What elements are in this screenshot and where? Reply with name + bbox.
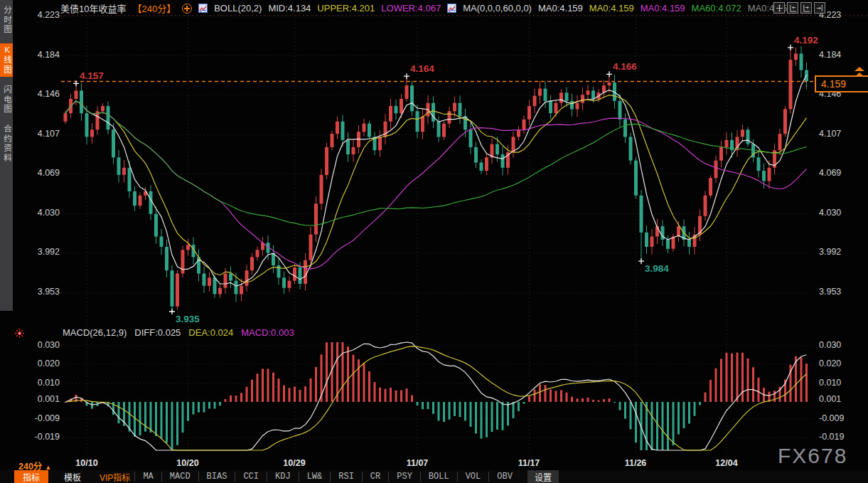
svg-text:4.192: 4.192 (794, 35, 818, 46)
indicator-macd[interactable]: MACD (161, 472, 198, 482)
macd-axis-label: 0.030 (30, 340, 60, 350)
y-axis-label: 4.146 (30, 89, 60, 99)
indicator-obv[interactable]: OBV (488, 472, 520, 482)
x-axis-label: 11/07 (400, 458, 434, 468)
last-price-tag: 4.159 (815, 75, 868, 92)
tab-templates[interactable]: 模板 (60, 470, 85, 483)
y-axis-label: 3.953 (819, 287, 854, 297)
macd-header: MACD(26,12,9) DIFF:0.025 DEA:0.024 MACD:… (63, 327, 294, 338)
indicator-lw[interactable]: LW& (299, 472, 331, 482)
indicator-boll[interactable]: BOLL (420, 472, 457, 482)
indicator-ma[interactable]: MA (134, 472, 161, 482)
macd-axis-label: -0.009 (819, 413, 854, 423)
y-axis-label: 4.184 (819, 50, 854, 60)
indicator-psy[interactable]: PSY (388, 472, 420, 482)
macd-axis-label: -0.019 (30, 432, 60, 442)
macd-axis-label: -0.019 (819, 432, 854, 442)
ma60-green-value: MA60:4.072 (692, 3, 741, 14)
expand-x-axis-icon[interactable] (800, 2, 812, 14)
compress-x-axis-icon[interactable] (787, 2, 798, 14)
y-axis-label: 4.107 (30, 129, 60, 139)
trading-app-window: 4.1573.9354.1644.1663.9844.192 分时图 K线图 闪… (0, 0, 868, 483)
main-chart[interactable]: 4.1573.9354.1644.1663.9844.192 (0, 0, 868, 469)
boll-indicator-icon[interactable] (198, 4, 208, 13)
y-axis-label: 4.107 (819, 129, 854, 139)
tab-vip-indicators[interactable]: VIP指标 (95, 470, 134, 483)
chart-header: 美债10年收益率 【240分】 BOLL(20,2) MID:4.134 UPP… (60, 2, 793, 14)
indicator-bias[interactable]: BIAS (198, 472, 235, 482)
indicator-toolbar: 指标 模板 VIP指标 MA MACD BIAS CCI KDJ LW& RSI… (0, 470, 868, 483)
boll-mid-value: MID:4.134 (268, 3, 311, 14)
x-axis-label: 10/20 (171, 458, 205, 468)
shift-right-icon[interactable] (814, 2, 825, 14)
symbol-title: 美债10年收益率 (60, 1, 126, 15)
add-period-icon[interactable] (182, 4, 192, 14)
macd-axis-label: 0.010 (819, 378, 854, 388)
macd-axis-label: 0.001 (30, 394, 60, 404)
x-axis-label: 10/10 (70, 458, 104, 468)
macd-axis-label: 0.010 (30, 378, 60, 388)
indicator-rsi[interactable]: RSI (330, 472, 362, 482)
y-axis-label: 4.030 (819, 208, 854, 218)
macd-axis-label: 0.001 (819, 394, 854, 404)
x-axis-label: 11/26 (618, 458, 653, 468)
tab-indicators[interactable]: 指标 (14, 470, 48, 483)
svg-text:4.157: 4.157 (80, 70, 104, 81)
x-axis-label: 12/04 (709, 458, 744, 468)
macd-axis-label: -0.009 (30, 413, 60, 423)
macd-macd-value: MACD:0.003 (241, 327, 294, 338)
ma0-magenta-value: MA0:4.159 (641, 3, 685, 14)
macd-axis-label: 0.020 (30, 359, 60, 368)
boll-label: BOLL(20,2) (214, 3, 262, 14)
macd-title: MACD(26,12,9) (63, 327, 127, 338)
boll-upper-value: UPPER:4.201 (317, 3, 375, 14)
svg-text:3.935: 3.935 (176, 314, 200, 324)
alert-flash-icon[interactable] (14, 328, 25, 341)
ma-indicator-icon[interactable] (447, 4, 456, 13)
y-axis-label: 4.184 (30, 50, 60, 60)
chart-controls (773, 2, 825, 14)
macd-dea-value: DEA:0.024 (188, 327, 233, 338)
x-axis-label: 11/17 (512, 458, 546, 468)
macd-axis-label: 0.020 (819, 359, 854, 368)
indicator-kdj[interactable]: KDJ (267, 472, 299, 482)
boll-lower-value: LOWER:4.067 (381, 3, 441, 14)
svg-text:4.164: 4.164 (410, 63, 434, 74)
y-axis-label: 3.953 (30, 287, 60, 297)
y-axis-label: 3.992 (819, 247, 854, 257)
indicator-cci[interactable]: CCI (235, 472, 267, 482)
ma-params-label: MA(0,0,0,60,0,0) (463, 3, 532, 14)
macd-diff-value: DIFF:0.025 (134, 327, 181, 338)
macd-axis-label: 0.030 (819, 340, 854, 350)
ma0-white-value: MA0:4.159 (538, 3, 583, 14)
ma0-yellow-value: MA0:4.159 (589, 3, 634, 14)
y-axis-label: 4.069 (30, 168, 60, 178)
x-axis-label: 10/29 (277, 458, 311, 468)
indicator-vol[interactable]: VOL (457, 472, 489, 482)
y-axis-label: 4.030 (30, 208, 60, 218)
y-axis-label: 4.069 (819, 168, 854, 178)
pan-crosshair-icon[interactable] (773, 2, 785, 14)
y-axis-label: 4.223 (30, 10, 60, 20)
svg-text:3.984: 3.984 (645, 263, 669, 274)
indicator-cr[interactable]: CR (362, 472, 388, 482)
y-axis-label: 3.992 (30, 247, 60, 257)
settings-button[interactable]: 设置 (527, 470, 559, 483)
svg-text:4.166: 4.166 (613, 61, 637, 72)
watermark: FX678 (778, 444, 847, 468)
period-label: 【240分】 (132, 1, 176, 15)
